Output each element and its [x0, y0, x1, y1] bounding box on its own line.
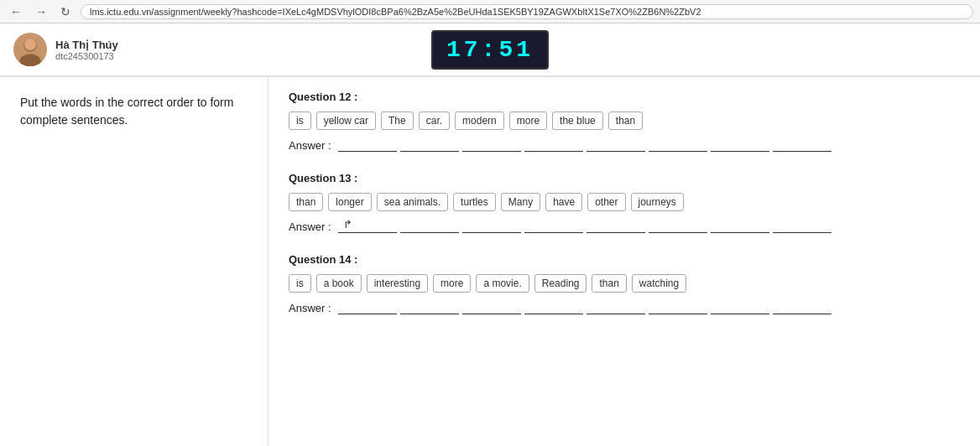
q14-blank-8[interactable]: [773, 301, 831, 314]
question-14-chips: is a book interesting more a movie. Read…: [289, 274, 960, 293]
chip-q12-3[interactable]: car.: [419, 112, 450, 130]
avatar: [13, 33, 47, 66]
q12-blank-2[interactable]: [400, 138, 459, 152]
browser-bar: ← → ↻ lms.ictu.edu.vn/assignment/weekly?…: [0, 0, 980, 23]
q13-blank-6[interactable]: [649, 220, 707, 233]
q13-blank-7[interactable]: [711, 220, 769, 233]
q14-blank-2[interactable]: [400, 301, 459, 314]
question-13-chips: than longer sea animals. turtles Many ha…: [289, 193, 960, 211]
chip-q12-4[interactable]: modern: [455, 112, 504, 130]
url-bar[interactable]: lms.ictu.edu.vn/assignment/weekly?hashco…: [81, 4, 973, 19]
chip-q14-1[interactable]: a book: [316, 274, 362, 293]
chip-q13-3[interactable]: turtles: [453, 193, 496, 211]
q13-answer-label: Answer :: [289, 220, 331, 233]
chip-q12-5[interactable]: more: [509, 112, 547, 130]
q12-blank-5[interactable]: [586, 138, 645, 152]
q14-blank-4[interactable]: [524, 301, 583, 314]
svg-point-3: [24, 39, 36, 50]
user-details: Hà Thị Thúy dtc245300173: [55, 39, 118, 61]
q12-blank-6[interactable]: [649, 138, 707, 152]
chip-q14-2[interactable]: interesting: [367, 274, 428, 293]
q13-blank-8[interactable]: [773, 220, 831, 233]
chip-q13-0[interactable]: than: [289, 193, 323, 211]
user-info: Hà Thị Thúy dtc245300173: [13, 33, 118, 66]
chip-q12-2[interactable]: The: [381, 112, 414, 130]
chip-q13-1[interactable]: longer: [328, 193, 371, 211]
back-button[interactable]: ←: [7, 3, 25, 20]
question-12-title: Question 12 :: [289, 91, 960, 103]
q14-blank-7[interactable]: [711, 301, 769, 314]
question-14-answer-row: Answer :: [289, 301, 960, 314]
chip-q13-2[interactable]: sea animals.: [377, 193, 448, 211]
chip-q14-7[interactable]: watching: [632, 274, 686, 293]
q14-blank-5[interactable]: [586, 301, 645, 314]
question-12-block: Question 12 : is yellow car The car. mod…: [289, 91, 960, 152]
q13-blank-4[interactable]: [524, 220, 583, 233]
q14-blank-6[interactable]: [649, 301, 707, 314]
chip-q13-4[interactable]: Many: [501, 193, 540, 211]
chip-q12-1[interactable]: yellow car: [316, 112, 376, 130]
chip-q14-4[interactable]: a movie.: [476, 274, 529, 293]
chip-q14-5[interactable]: Reading: [534, 274, 587, 293]
chip-q13-5[interactable]: have: [545, 193, 582, 211]
q13-blank-5[interactable]: [586, 220, 645, 233]
chip-q12-0[interactable]: is: [289, 112, 311, 130]
question-12-answer-row: Answer :: [289, 138, 960, 152]
q13-blank-3[interactable]: [462, 220, 521, 233]
chip-q12-6[interactable]: the blue: [552, 112, 603, 130]
chip-q14-3[interactable]: more: [433, 274, 471, 293]
user-id: dtc245300173: [55, 51, 118, 61]
q12-blank-1[interactable]: [338, 138, 397, 152]
main-layout: Put the words in the correct order to fo…: [0, 77, 980, 446]
question-13-block: Question 13 : than longer sea animals. t…: [289, 172, 960, 233]
chip-q12-7[interactable]: than: [608, 112, 643, 130]
chip-q13-6[interactable]: other: [587, 193, 625, 211]
question-14-block: Question 14 : is a book interesting more…: [289, 253, 960, 314]
instruction-text: Put the words in the correct order to fo…: [20, 94, 248, 129]
q12-blank-3[interactable]: [462, 138, 521, 152]
q14-answer-label: Answer :: [289, 302, 331, 314]
timer-display: 17:51: [431, 30, 549, 70]
cursor-arrow-icon: ↱: [343, 218, 352, 231]
question-12-chips: is yellow car The car. modern more the b…: [289, 112, 960, 130]
q14-blank-1[interactable]: [338, 301, 397, 314]
chip-q13-7[interactable]: journeys: [631, 193, 684, 211]
question-13-title: Question 13 :: [289, 172, 960, 184]
q12-blank-7[interactable]: [711, 138, 769, 152]
q13-blank-2[interactable]: [400, 220, 459, 233]
user-name: Hà Thị Thúy: [55, 39, 118, 51]
chip-q14-0[interactable]: is: [289, 274, 311, 293]
q12-answer-label: Answer :: [289, 139, 331, 152]
question-13-answer-row: Answer : ↱: [289, 220, 960, 233]
header: Hà Thị Thúy dtc245300173 17:51: [0, 23, 980, 77]
q12-blank-8[interactable]: [773, 138, 831, 152]
chip-q14-6[interactable]: than: [592, 274, 626, 293]
refresh-button[interactable]: ↻: [57, 3, 74, 20]
question-14-title: Question 14 :: [289, 253, 960, 266]
left-panel: Put the words in the correct order to fo…: [0, 77, 268, 446]
q13-blank-1[interactable]: ↱: [338, 220, 397, 233]
right-panel: Question 12 : is yellow car The car. mod…: [268, 77, 980, 446]
q14-blank-3[interactable]: [462, 301, 521, 314]
forward-button[interactable]: →: [32, 3, 50, 20]
q12-blank-4[interactable]: [524, 138, 583, 152]
